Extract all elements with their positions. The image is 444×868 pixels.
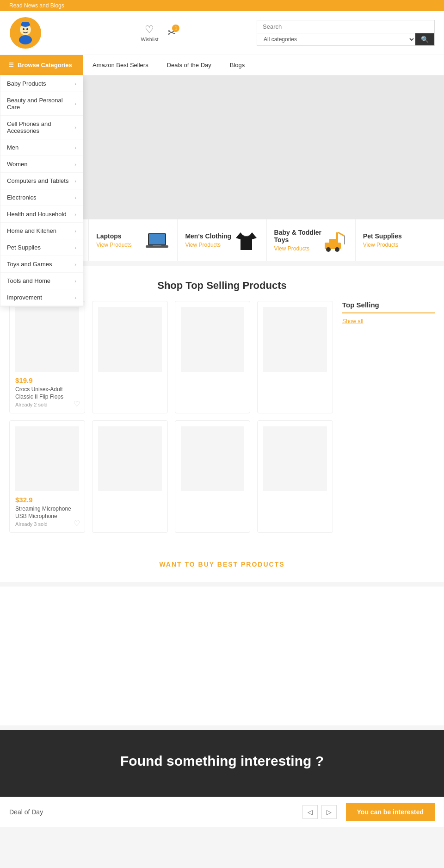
- logo-area: [9, 17, 60, 49]
- svg-point-19: [326, 247, 331, 252]
- product-name-2: Streaming Microphone USB Microphone: [15, 506, 79, 520]
- card-link-toys[interactable]: View Products: [274, 245, 322, 252]
- product-card-1[interactable]: $19.9 Crocs Unisex-Adult Classic II Flip…: [9, 301, 85, 413]
- product-card-placeholder-8[interactable]: [257, 420, 333, 533]
- category-card-laptops[interactable]: Laptops View Products: [89, 219, 178, 261]
- product-wishlist-icon-1[interactable]: ♡: [74, 400, 80, 408]
- product-card-2[interactable]: $32.9 Streaming Microphone USB Microphon…: [9, 420, 85, 533]
- card-info-pet: Pet Supplies View Products: [363, 232, 402, 248]
- product-already-1: Already 2 sold: [15, 402, 79, 407]
- category-select[interactable]: All categoriesBaby ProductsBeauty and Pe…: [257, 33, 415, 45]
- card-link-mens[interactable]: View Products: [185, 242, 231, 248]
- nav-blogs[interactable]: Blogs: [221, 55, 254, 75]
- product-card-placeholder-7[interactable]: [175, 420, 251, 533]
- shop-section: Shop Top Selling Products $19.9 Crocs Un…: [0, 266, 444, 547]
- header-middle: ♡ Wishlist ✂ 1: [69, 24, 247, 42]
- card-title-toys: Baby & Toddler Toys: [274, 229, 322, 244]
- dropdown-menu: Baby Products › Beauty and Personal Care…: [0, 75, 83, 306]
- dropdown-item-beauty[interactable]: Beauty and Personal Care ›: [0, 92, 83, 116]
- svg-line-22: [338, 232, 345, 236]
- product-card-placeholder-2[interactable]: [92, 301, 168, 413]
- chevron-right-icon: ›: [74, 125, 76, 130]
- card-title-mens: Men's Clothing: [185, 232, 231, 240]
- chevron-right-icon: ›: [74, 245, 76, 250]
- svg-point-6: [26, 28, 28, 30]
- product-card-placeholder-3[interactable]: [175, 301, 251, 413]
- products-grid: $19.9 Crocs Unisex-Adult Classic II Flip…: [9, 301, 333, 533]
- dropdown-item-men[interactable]: Men ›: [0, 139, 83, 156]
- dropdown-item-toys-games[interactable]: Toys and Games ›: [0, 256, 83, 273]
- dropdown-item-electronics[interactable]: Electronics ›: [0, 189, 83, 206]
- svg-point-5: [23, 28, 25, 30]
- svg-rect-16: [153, 245, 161, 246]
- sidebar-show-all[interactable]: Show all: [342, 318, 435, 325]
- svg-point-20: [335, 247, 339, 252]
- product-img-ph-6: [98, 426, 162, 491]
- dropdown-item-pet-supplies[interactable]: Pet Supplies ›: [0, 239, 83, 256]
- dropdown-item-women[interactable]: Women ›: [0, 156, 83, 173]
- product-img-ph-7: [181, 426, 245, 491]
- category-card-pet-supplies[interactable]: Pet Supplies View Products: [356, 219, 444, 261]
- chevron-right-icon: ›: [74, 162, 76, 167]
- card-link-pet[interactable]: View Products: [363, 242, 402, 248]
- card-info-mens: Men's Clothing View Products: [185, 232, 231, 248]
- browse-icon: ☰: [8, 62, 14, 69]
- bottom-next-button[interactable]: ▷: [321, 805, 337, 819]
- chevron-right-icon: ›: [74, 195, 76, 200]
- wishlist-area[interactable]: ♡ Wishlist: [141, 24, 159, 42]
- chevron-right-icon: ›: [74, 101, 76, 106]
- dropdown-item-home-kitchen[interactable]: Home and Kitchen ›: [0, 223, 83, 239]
- top-bar-text: Read News and Blogs: [9, 2, 64, 9]
- dropdown-item-improvement[interactable]: Improvement ›: [0, 289, 83, 306]
- bottom-icons: ◁ ▷: [302, 805, 337, 819]
- svg-rect-4: [22, 22, 29, 25]
- search-button[interactable]: 🔍: [415, 33, 434, 45]
- laptop-img: [144, 228, 170, 253]
- search-area: All categoriesBaby ProductsBeauty and Pe…: [257, 20, 435, 46]
- product-card-placeholder-6[interactable]: [92, 420, 168, 533]
- svg-rect-14: [149, 234, 165, 244]
- bottom-prev-button[interactable]: ◁: [302, 805, 318, 819]
- header: ♡ Wishlist ✂ 1 All categoriesBaby Produc…: [0, 11, 444, 55]
- chevron-right-icon: ›: [74, 278, 76, 284]
- dropdown-item-tools[interactable]: Tools and Home ›: [0, 273, 83, 289]
- product-img-2: [15, 426, 79, 491]
- nav-amazon-best-sellers[interactable]: Amazon Best Sellers: [83, 55, 158, 75]
- cart-badge: 1: [172, 25, 179, 32]
- nav-links: Amazon Best Sellers Deals of the Day Blo…: [83, 55, 254, 75]
- product-price-2: $32.9: [15, 496, 79, 504]
- product-already-2: Already 3 sold: [15, 521, 79, 527]
- product-card-placeholder-4[interactable]: [257, 301, 333, 413]
- search-input[interactable]: [257, 20, 435, 33]
- dropdown-item-baby-products[interactable]: Baby Products ›: [0, 75, 83, 92]
- cart-icon-area[interactable]: ✂ 1: [167, 27, 176, 39]
- banner-placeholder: [83, 75, 444, 219]
- dropdown-item-computers[interactable]: Computers and Tablets ›: [0, 173, 83, 189]
- toy-img: [322, 228, 348, 253]
- dropdown-item-cell-phones[interactable]: Cell Phones and Accessories ›: [0, 116, 83, 139]
- chevron-right-icon: ›: [74, 81, 76, 87]
- wishlist-label: Wishlist: [141, 37, 159, 42]
- card-title-pet: Pet Supplies: [363, 232, 402, 240]
- chevron-right-icon: ›: [74, 145, 76, 150]
- product-wishlist-icon-2[interactable]: ♡: [74, 519, 80, 528]
- bottom-deal-label: Deal of Day: [9, 808, 293, 816]
- card-link-laptops[interactable]: View Products: [96, 242, 131, 248]
- browse-label: Browse Categories: [18, 62, 72, 69]
- wishlist-icon: ♡: [145, 24, 154, 36]
- nav-deals-of-day[interactable]: Deals of the Day: [158, 55, 221, 75]
- top-bar: Read News and Blogs: [0, 0, 444, 11]
- product-img-ph-3: [181, 307, 245, 372]
- bottom-bar: Deal of Day ◁ ▷ You can be interested: [0, 797, 444, 827]
- bottom-cta-button[interactable]: You can be interested: [346, 803, 435, 821]
- genie-logo: [9, 17, 42, 49]
- shirt-img: [234, 228, 259, 253]
- chevron-right-icon: ›: [74, 178, 76, 184]
- category-card-baby-toys[interactable]: Baby & Toddler Toys View Products: [267, 219, 356, 261]
- footer-cta: Found something interesting ?: [0, 730, 444, 797]
- product-price-1: $19.9: [15, 376, 79, 384]
- dropdown-item-health[interactable]: Health and Household ›: [0, 206, 83, 223]
- browse-categories-button[interactable]: ☰ Browse Categories: [0, 55, 83, 75]
- category-card-mens-clothing[interactable]: Men's Clothing View Products: [178, 219, 266, 261]
- product-name-1: Crocs Unisex-Adult Classic II Flip Flops: [15, 386, 79, 400]
